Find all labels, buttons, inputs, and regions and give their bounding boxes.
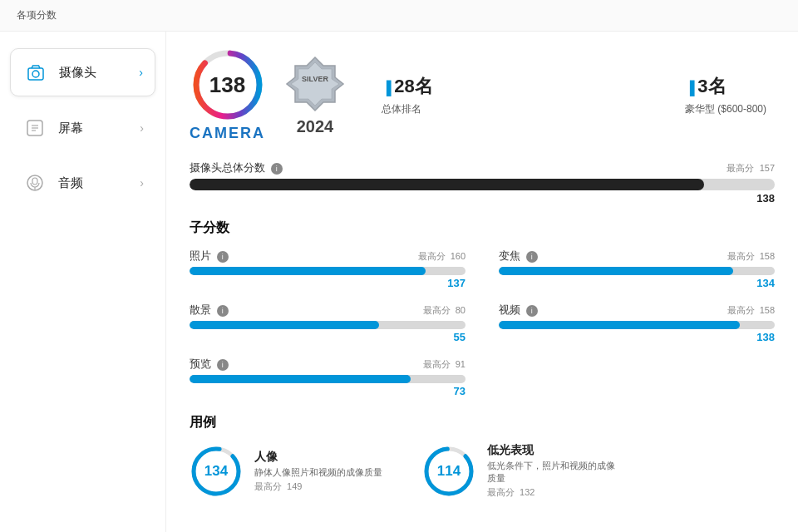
sidebar: 摄像头 › 屏幕 › bbox=[0, 32, 166, 532]
sub-scores-section: 子分数 照片 i 最高分 160 bbox=[190, 219, 775, 397]
audio-icon bbox=[22, 170, 48, 196]
lowlight-name: 低光表现 bbox=[487, 443, 620, 458]
svg-rect-0 bbox=[28, 68, 43, 80]
video-value: 138 bbox=[499, 331, 775, 343]
sub-score-zoom: 变焦 i 最高分 158 134 bbox=[499, 249, 775, 289]
lowlight-max: 最高分 132 bbox=[487, 486, 620, 499]
sidebar-screen-label: 屏幕 bbox=[58, 121, 130, 136]
chevron-right-icon-audio: › bbox=[140, 176, 144, 190]
bokeh-bar bbox=[190, 321, 466, 329]
camera-icon bbox=[22, 59, 49, 86]
lowlight-desc: 低光条件下，照片和视频的成像质量 bbox=[487, 460, 620, 485]
lowlight-info: 低光表现 低光条件下，照片和视频的成像质量 最高分 132 bbox=[487, 443, 620, 499]
preview-value: 73 bbox=[190, 385, 466, 397]
overall-score-label: 摄像头总体分数 i bbox=[190, 160, 283, 175]
chevron-right-icon-screen: › bbox=[140, 121, 144, 135]
year-block: 2024 bbox=[297, 117, 334, 136]
camera-label-text: CAMERA bbox=[190, 125, 265, 141]
ranking-block: ▐ 28名 总体排名 bbox=[382, 74, 433, 116]
portrait-name: 人像 bbox=[254, 450, 382, 465]
lowlight-circle: 114 bbox=[422, 445, 475, 498]
use-cases-title: 用例 bbox=[190, 414, 775, 431]
lowlight-score: 114 bbox=[437, 463, 461, 480]
use-cases-section: 用例 134 人像 静体人像照片和视频的成像质量 bbox=[190, 414, 775, 499]
portrait-info: 人像 静体人像照片和视频的成像质量 最高分 149 bbox=[254, 450, 382, 493]
main-score: 138 bbox=[209, 72, 245, 98]
overall-score-value: 138 bbox=[190, 192, 775, 204]
zoom-value: 134 bbox=[499, 277, 775, 289]
overall-rank: 28名 bbox=[394, 74, 432, 99]
sub-score-photo: 照片 i 最高分 160 137 bbox=[190, 249, 466, 289]
sidebar-item-screen[interactable]: 屏幕 › bbox=[10, 105, 155, 151]
silver-badge-block: SILVER 2024 bbox=[285, 54, 345, 136]
screen-icon bbox=[22, 115, 48, 141]
overall-max-value: 157 bbox=[760, 163, 775, 173]
chevron-right-icon: › bbox=[139, 66, 143, 79]
sub-scores-title: 子分数 bbox=[190, 219, 775, 237]
portrait-max: 最高分 149 bbox=[254, 480, 382, 493]
sidebar-item-camera[interactable]: 摄像头 › bbox=[10, 48, 155, 96]
preview-bar bbox=[190, 375, 466, 383]
year-text: 2024 bbox=[297, 117, 334, 135]
overall-score-bar bbox=[190, 179, 775, 190]
svg-point-1 bbox=[32, 71, 39, 77]
sidebar-camera-label: 摄像头 bbox=[59, 65, 129, 81]
overall-rank-label: 总体排名 bbox=[382, 102, 433, 116]
photo-value: 137 bbox=[190, 277, 466, 289]
zoom-bar bbox=[499, 267, 775, 275]
use-case-portrait: 134 人像 静体人像照片和视频的成像质量 最高分 149 bbox=[190, 443, 382, 499]
overall-score-max-label: 最高分 157 bbox=[727, 162, 775, 175]
info-icon-preview[interactable]: i bbox=[217, 359, 229, 371]
sub-score-video: 视频 i 最高分 158 138 bbox=[499, 303, 775, 343]
info-icon-zoom[interactable]: i bbox=[526, 251, 538, 263]
portrait-desc: 静体人像照片和视频的成像质量 bbox=[254, 466, 382, 479]
portrait-score: 134 bbox=[204, 463, 228, 480]
silver-badge: SILVER bbox=[285, 54, 345, 114]
breadcrumb: 各项分数 bbox=[0, 0, 798, 32]
sidebar-item-audio[interactable]: 音频 › bbox=[10, 160, 155, 206]
header-row: 138 CAMERA SILVER bbox=[190, 48, 775, 142]
sub-score-bokeh: 散景 i 最高分 80 55 bbox=[190, 303, 466, 343]
premium-rank: 3名 bbox=[697, 74, 726, 99]
top-bar-label: 各项分数 bbox=[17, 9, 57, 21]
photo-bar bbox=[190, 267, 466, 275]
use-cases-row: 134 人像 静体人像照片和视频的成像质量 最高分 149 bbox=[190, 443, 775, 499]
score-circle: 138 bbox=[191, 48, 264, 121]
info-icon-bokeh[interactable]: i bbox=[217, 305, 229, 317]
premium-ranking-block: ▐ 3名 豪华型 ($600-800) bbox=[685, 74, 766, 116]
use-case-lowlight: 114 低光表现 低光条件下，照片和视频的成像质量 最高分 132 bbox=[422, 443, 620, 499]
overall-score-section: 摄像头总体分数 i 最高分 157 138 bbox=[190, 160, 775, 204]
info-icon-photo[interactable]: i bbox=[217, 251, 229, 263]
video-bar bbox=[499, 321, 775, 329]
svg-rect-7 bbox=[32, 178, 37, 185]
portrait-circle: 134 bbox=[190, 445, 243, 498]
right-panel: 138 CAMERA SILVER bbox=[166, 32, 798, 532]
sidebar-audio-label: 音频 bbox=[58, 175, 130, 191]
sub-score-preview: 预览 i 最高分 91 73 bbox=[190, 357, 466, 397]
camera-label-block: CAMERA bbox=[190, 125, 265, 142]
overall-score-bar-fill bbox=[190, 179, 704, 190]
svg-text:SILVER: SILVER bbox=[302, 75, 328, 83]
bokeh-value: 55 bbox=[190, 331, 466, 343]
info-icon-video[interactable]: i bbox=[526, 305, 538, 317]
premium-rank-label: 豪华型 ($600-800) bbox=[685, 102, 766, 116]
sub-scores-grid: 照片 i 最高分 160 137 bbox=[190, 249, 775, 397]
info-icon-overall[interactable]: i bbox=[271, 163, 283, 175]
